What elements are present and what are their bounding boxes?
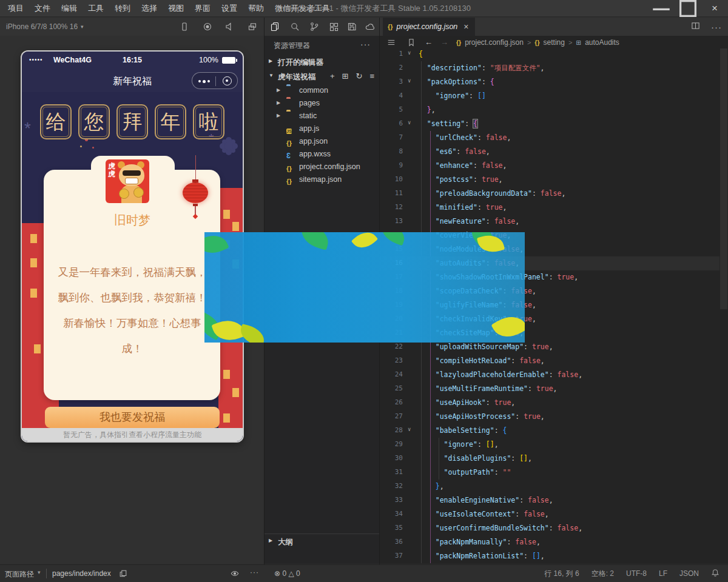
explorer-more-icon[interactable]: ··· bbox=[360, 39, 371, 49]
file-item-app-js[interactable]: JSapp.js bbox=[265, 122, 379, 135]
close-button[interactable]: × bbox=[701, 0, 728, 17]
menu-item-8[interactable]: 设置 bbox=[216, 0, 243, 17]
capsule-menu[interactable] bbox=[192, 72, 238, 89]
minimize-button[interactable] bbox=[648, 0, 675, 17]
menu-item-1[interactable]: 文件 bbox=[29, 0, 56, 17]
code-line-27[interactable]: 27 "useApiHostProcess": true, bbox=[380, 410, 720, 424]
more-menu-icon[interactable] bbox=[198, 80, 210, 83]
code-line-32[interactable]: 32 }, bbox=[380, 480, 720, 493]
code-line-36[interactable]: 36 "packNpmManually": false, bbox=[380, 535, 720, 549]
code-line-6[interactable]: 6∨ "setting": { bbox=[380, 117, 720, 131]
eol-sequence[interactable]: LF bbox=[659, 569, 667, 578]
save-icon[interactable] bbox=[347, 22, 357, 32]
cursor-position[interactable]: 行 16, 列 6 bbox=[544, 569, 579, 579]
fold-chevron-icon[interactable]: ∨ bbox=[408, 50, 415, 56]
breadcrumb-file[interactable]: project.config.json bbox=[465, 38, 524, 47]
menu-item-4[interactable]: 转到 bbox=[109, 0, 136, 17]
code-line-26[interactable]: 26 "useApiHook": true, bbox=[380, 396, 720, 410]
editor-more-icon[interactable]: ··· bbox=[711, 22, 722, 32]
code-line-33[interactable]: 33 "enableEngineNative": false, bbox=[380, 493, 720, 507]
code-line-23[interactable]: 23 "compileHotReLoad": false, bbox=[380, 354, 720, 368]
path-more-icon[interactable]: ··· bbox=[250, 568, 259, 577]
problems-counts[interactable]: ⊗ 0 △ 0 bbox=[274, 569, 300, 578]
nav-forward-icon[interactable]: → bbox=[440, 38, 448, 47]
send-blessing-button[interactable]: 我也要发祝福 bbox=[45, 407, 220, 428]
git-branch-icon[interactable] bbox=[309, 22, 319, 32]
split-editor-icon[interactable] bbox=[691, 21, 700, 33]
maximize-button[interactable] bbox=[675, 0, 701, 17]
code-line-30[interactable]: 30 "disablePlugins": [], bbox=[380, 452, 720, 466]
code-line-10[interactable]: 10 "postcss": true, bbox=[380, 173, 720, 187]
menu-item-9[interactable]: 帮助 bbox=[243, 0, 269, 17]
code-line-24[interactable]: 24 "lazyloadPlaceholderEnable": false, bbox=[380, 368, 720, 382]
compile-icon[interactable] bbox=[270, 22, 280, 32]
project-section[interactable]: ▼ 虎年送祝福 + ⊞ ↻ ≡ bbox=[265, 70, 379, 84]
nav-back-icon[interactable]: ← bbox=[425, 38, 433, 47]
code-line-13[interactable]: 13 "newFeature": false, bbox=[380, 215, 720, 229]
code-line-3[interactable]: 3∨ "packOptions": { bbox=[380, 75, 720, 89]
breadcrumb-autoaudits[interactable]: autoAudits bbox=[585, 38, 619, 47]
code-line-11[interactable]: 11 "preloadBackgroundData": false, bbox=[380, 187, 720, 201]
device-selector[interactable]: iPhone 6/7/8 100% 16 ▾ bbox=[6, 18, 84, 36]
refresh-icon[interactable]: ↻ bbox=[356, 72, 363, 81]
code-line-31[interactable]: 31 "outputPath": "" bbox=[380, 466, 720, 480]
fold-chevron-icon[interactable]: ∨ bbox=[408, 78, 415, 84]
code-line-29[interactable]: 29 "ignore": [], bbox=[380, 438, 720, 452]
page-path-label[interactable]: 页面路径 bbox=[5, 569, 34, 580]
new-file-icon[interactable]: + bbox=[330, 72, 335, 81]
copy-path-icon[interactable] bbox=[119, 569, 127, 580]
code-line-25[interactable]: 25 "useMultiFrameRuntime": true, bbox=[380, 382, 720, 396]
open-editors-section[interactable]: ▶ 打开的编辑器 bbox=[265, 55, 379, 69]
outline-section[interactable]: ▶ 大纲 bbox=[265, 534, 379, 548]
menu-item-0[interactable]: 项目 bbox=[2, 0, 29, 17]
mute-icon[interactable] bbox=[224, 22, 234, 32]
file-item-sitemap-json[interactable]: {}sitemap.json bbox=[265, 173, 379, 186]
file-item-pages[interactable]: ▶pages bbox=[265, 97, 379, 110]
menu-item-3[interactable]: 工具 bbox=[83, 0, 109, 17]
page-path-value[interactable]: pages/index/index bbox=[52, 569, 111, 578]
code-line-37[interactable]: 37 "packNpmRelationList": [], bbox=[380, 549, 720, 563]
eye-icon[interactable] bbox=[231, 569, 239, 580]
menu-item-7[interactable]: 界面 bbox=[189, 0, 216, 17]
tab-close-icon[interactable]: × bbox=[463, 22, 468, 32]
encoding[interactable]: UTF-8 bbox=[626, 569, 647, 578]
fold-chevron-icon[interactable]: ∨ bbox=[408, 426, 415, 432]
layout-grid-icon[interactable] bbox=[329, 22, 339, 32]
code-line-7[interactable]: 7 "urlCheck": false, bbox=[380, 131, 720, 145]
floating-image-overlay[interactable] bbox=[204, 232, 525, 343]
cloud-icon[interactable] bbox=[365, 22, 375, 32]
editor-scrollbar[interactable] bbox=[720, 48, 727, 309]
search-icon[interactable] bbox=[290, 22, 300, 32]
language-mode[interactable]: JSON bbox=[679, 569, 699, 578]
fold-chevron-icon[interactable]: ∨ bbox=[408, 119, 415, 125]
code-line-34[interactable]: 34 "useIsolateContext": false, bbox=[380, 507, 720, 521]
bell-icon[interactable] bbox=[711, 569, 720, 579]
menu-item-5[interactable]: 选择 bbox=[136, 0, 163, 17]
collapse-all-icon[interactable]: ≡ bbox=[369, 72, 374, 81]
file-item-static[interactable]: ▶static bbox=[265, 110, 379, 122]
code-line-35[interactable]: 35 "userConfirmedBundleSwitch": false, bbox=[380, 521, 720, 535]
multi-window-icon[interactable] bbox=[248, 22, 257, 32]
file-item-app-json[interactable]: {}app.json bbox=[265, 135, 379, 148]
menu-item-6[interactable]: 视图 bbox=[163, 0, 189, 17]
code-line-4[interactable]: 4 "ignore": [] bbox=[380, 89, 720, 103]
code-line-12[interactable]: 12 "minified": true, bbox=[380, 201, 720, 215]
close-miniprogram-icon[interactable] bbox=[223, 76, 232, 85]
device-mode-icon[interactable] bbox=[180, 22, 189, 32]
code-line-28[interactable]: 28∨ "babelSetting": { bbox=[380, 424, 720, 438]
file-item-project-config-json[interactable]: {}project.config.json bbox=[265, 161, 379, 173]
indentation[interactable]: 空格: 2 bbox=[592, 569, 614, 579]
code-line-1[interactable]: 1∨{ bbox=[380, 47, 720, 61]
file-item-app-wxss[interactable]: 3app.wxss bbox=[265, 148, 379, 161]
code-line-2[interactable]: 2 "description": "项目配置文件", bbox=[380, 61, 720, 75]
breadcrumb-setting[interactable]: setting bbox=[544, 38, 565, 47]
code-line-8[interactable]: 8 "es6": false, bbox=[380, 145, 720, 159]
new-folder-icon[interactable]: ⊞ bbox=[342, 72, 349, 81]
code-line-9[interactable]: 9 "enhance": false, bbox=[380, 159, 720, 173]
code-line-5[interactable]: 5 }, bbox=[380, 103, 720, 117]
record-icon[interactable] bbox=[203, 22, 212, 32]
line-number: 24 bbox=[380, 370, 403, 378]
file-item-common[interactable]: ▶common bbox=[265, 84, 379, 97]
menu-item-2[interactable]: 编辑 bbox=[56, 0, 83, 17]
tab-project-config-json[interactable]: {} project.config.json × bbox=[383, 18, 475, 36]
